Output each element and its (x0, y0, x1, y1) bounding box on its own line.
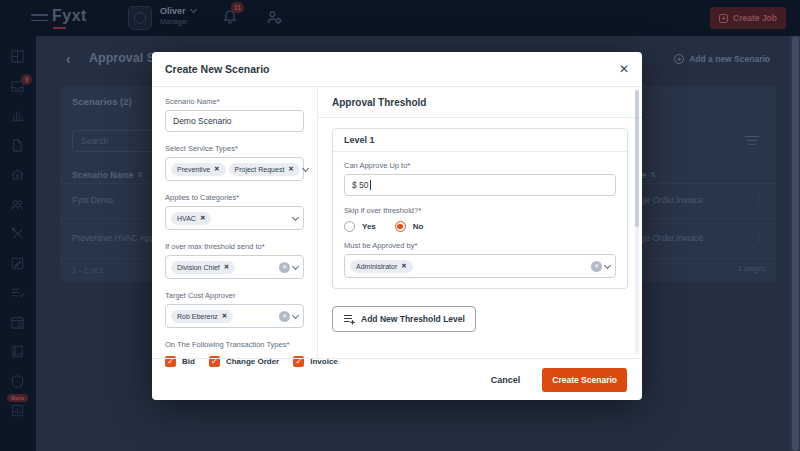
sidebar-item-documents[interactable] (10, 138, 26, 154)
table-row-name[interactable]: Fyxt Demo (72, 195, 113, 205)
service-types-select[interactable]: Preventive✕ Project Request✕ (165, 157, 304, 181)
modal-scrollbar[interactable] (635, 90, 639, 354)
categories-label: Applies to Categories* (165, 193, 304, 202)
over-max-send-to-select[interactable]: Division Chief✕ ✕ (165, 255, 304, 279)
sort-icon: ⇅ (137, 171, 143, 179)
chevron-down-icon (292, 213, 299, 220)
sidebar-item-schedule[interactable] (10, 315, 26, 331)
user-gear-icon (266, 9, 283, 26)
chip-administrator[interactable]: Administrator✕ (350, 260, 413, 273)
chip-hvac[interactable]: HVAC✕ (171, 212, 211, 225)
notifications-button[interactable]: 11 (222, 8, 238, 30)
clear-icon[interactable]: ✕ (591, 261, 602, 272)
inbox-badge: 9 (21, 74, 32, 85)
row-menu-icon[interactable]: ⋮ (754, 231, 764, 242)
report-chart-icon (10, 403, 25, 418)
logo-accent (53, 27, 66, 29)
sidebar-item-tasks[interactable] (10, 285, 26, 301)
chip-preventive[interactable]: Preventive✕ (171, 163, 226, 176)
sidebar-item-properties[interactable] (10, 167, 26, 183)
scrollbar-thumb[interactable] (792, 36, 799, 451)
back-icon[interactable]: ‹ (66, 51, 71, 67)
radio-yes-label: Yes (362, 222, 376, 231)
approved-by-select[interactable]: Administrator✕ ✕ (344, 254, 616, 278)
shield-icon (10, 374, 25, 389)
bar-chart-icon (10, 108, 25, 123)
chip-rob-eberenz[interactable]: Rob Eberenz✕ (171, 310, 233, 323)
remove-chip-icon[interactable]: ✕ (222, 312, 227, 320)
plus-circle-icon: + (674, 54, 684, 64)
pagination-pages: 1 pages (738, 264, 766, 273)
row-menu-icon[interactable]: ⋮ (754, 193, 764, 204)
add-threshold-level-button[interactable]: Add New Threshold Level (332, 306, 476, 332)
radio-no[interactable] (395, 221, 406, 232)
create-scenario-modal: Create New Scenario ✕ Scenario Name* Dem… (152, 52, 642, 400)
remove-chip-icon[interactable]: ✕ (224, 263, 229, 271)
remove-chip-icon[interactable]: ✕ (288, 165, 293, 173)
sidebar-item-jobs-inbox[interactable]: 9 (10, 79, 26, 95)
skip-threshold-label: Skip if over threshold?* (344, 206, 616, 215)
create-job-button[interactable]: + Create Job (710, 7, 786, 29)
categories-select[interactable]: HVAC✕ (165, 206, 304, 230)
modal-footer: Cancel Create Scenario (152, 358, 642, 400)
create-scenario-button[interactable]: Create Scenario (542, 368, 627, 392)
menu-icon[interactable] (31, 14, 48, 25)
cancel-button[interactable]: Cancel (491, 375, 521, 385)
checklist-icon (10, 285, 25, 300)
page-scrollbar[interactable] (790, 36, 800, 451)
modal-title: Create New Scenario (165, 63, 269, 75)
remove-chip-icon[interactable]: ✕ (214, 165, 219, 173)
chip-project-request[interactable]: Project Request✕ (229, 163, 300, 176)
add-scenario-link[interactable]: + Add a new Scenario (674, 54, 770, 64)
top-bar: Fyxt Oliver Manager 11 + Create Job (0, 0, 800, 36)
chevron-down-icon (604, 261, 611, 268)
sort-icon: ⇅ (650, 171, 656, 179)
note-pen-icon (10, 256, 25, 271)
sidebar-item-equipment[interactable] (10, 226, 26, 242)
avatar[interactable] (128, 6, 152, 30)
sidebar-item-notes[interactable] (10, 256, 26, 272)
sidebar-item-compliance[interactable] (10, 374, 26, 390)
chip-division-chief[interactable]: Division Chief✕ (171, 261, 235, 274)
radio-no-label: No (413, 222, 424, 231)
playlist-add-icon (343, 313, 355, 325)
clear-icon[interactable]: ✕ (279, 262, 290, 273)
target-cost-approver-label: Target Cost Approver (165, 291, 304, 300)
sidebar-item-analytics[interactable] (10, 108, 26, 124)
sidebar-item-dashboard[interactable] (10, 49, 26, 65)
sidebar-item-team[interactable] (10, 197, 26, 213)
panel-title: Scenarios (2) (72, 96, 132, 107)
user-settings-button[interactable] (266, 9, 283, 30)
notifications-badge: 11 (231, 2, 244, 13)
modal-header: Create New Scenario ✕ (152, 52, 642, 87)
section-divider (318, 117, 642, 118)
approve-up-to-input[interactable]: $ 50 (344, 174, 616, 196)
threshold-level-card: Level 1 Can Approve Up to* $ 50 Skip if … (332, 128, 628, 289)
target-cost-approver-select[interactable]: Rob Eberenz✕ ✕ (165, 304, 304, 328)
calendar-clock-icon (10, 315, 25, 330)
text-caret (370, 180, 371, 190)
sidebar-item-ledger[interactable] (10, 344, 26, 360)
level-title: Level 1 (333, 129, 627, 152)
remove-chip-icon[interactable]: ✕ (200, 214, 205, 222)
chevron-down-icon (292, 311, 299, 318)
chevron-down-icon (292, 262, 299, 269)
clear-icon[interactable]: ✕ (279, 311, 290, 322)
remove-chip-icon[interactable]: ✕ (401, 262, 406, 270)
modal-body: Scenario Name* Demo Scenario Select Serv… (152, 87, 642, 358)
filter-icon[interactable] (744, 136, 760, 148)
chevron-down-icon (189, 6, 196, 13)
radio-yes[interactable] (344, 221, 355, 232)
close-icon[interactable]: ✕ (619, 62, 629, 76)
column-header-scenario-name[interactable]: Scenario Name⇅ (72, 170, 143, 180)
user-menu[interactable]: Oliver Manager (160, 6, 196, 25)
app-logo: Fyxt (52, 7, 87, 25)
dashboard-icon (10, 49, 25, 64)
over-max-send-to-label: If over max threshold send to* (165, 242, 304, 251)
sidebar-item-reports[interactable]: Beta (10, 403, 26, 419)
scenario-form-column: Scenario Name* Demo Scenario Select Serv… (152, 87, 318, 358)
scrollbar-thumb[interactable] (635, 90, 639, 227)
user-role: Manager (160, 18, 196, 25)
tools-icon (10, 226, 25, 241)
scenario-name-input[interactable]: Demo Scenario (165, 110, 304, 132)
